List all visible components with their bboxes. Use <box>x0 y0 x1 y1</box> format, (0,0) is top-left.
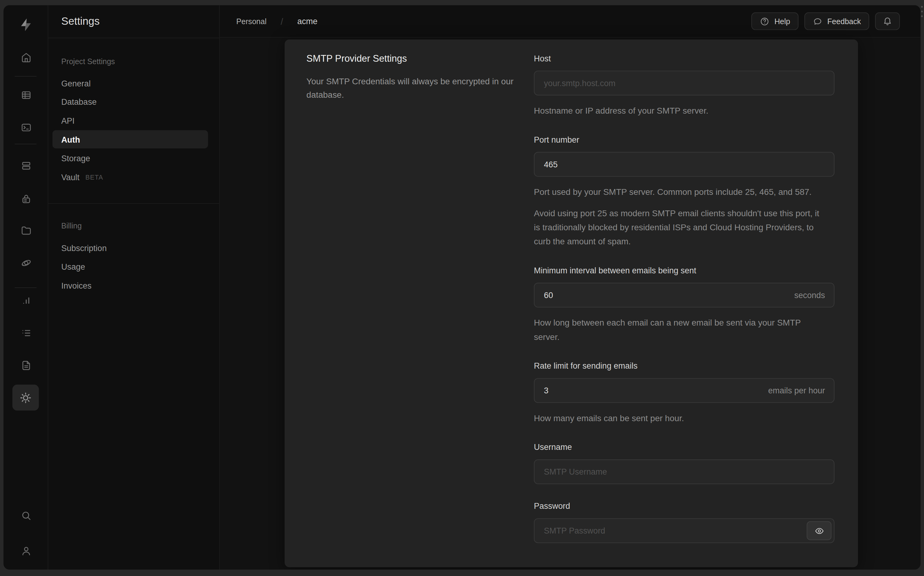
rail-item-edge-functions[interactable] <box>14 251 37 274</box>
file-text-icon <box>20 359 32 371</box>
lock-icon <box>20 192 32 205</box>
section-label-project-settings: Project Settings <box>61 53 115 70</box>
rail-item-profile[interactable] <box>14 540 37 562</box>
interval-label: Minimum interval between emails being se… <box>534 266 834 275</box>
list-icon <box>20 326 32 339</box>
edge-functions-icon <box>20 256 32 269</box>
user-icon <box>20 544 32 557</box>
rail-item-auth[interactable] <box>14 187 37 210</box>
port-helper: Port used by your SMTP server. Common po… <box>534 185 822 199</box>
username-input[interactable] <box>534 459 834 484</box>
breadcrumb-org[interactable]: Personal <box>236 17 266 26</box>
eye-icon <box>814 526 824 536</box>
rail-item-sql-editor[interactable] <box>14 116 37 138</box>
sidebar-item-auth[interactable]: Auth <box>53 130 208 149</box>
rail-item-search[interactable] <box>14 504 37 526</box>
supabase-logo-icon[interactable] <box>18 17 33 32</box>
app-window: Settings Project Settings General Databa… <box>4 5 921 570</box>
gear-icon <box>19 392 32 404</box>
bell-icon <box>882 16 893 27</box>
folder-icon <box>20 224 32 237</box>
sidebar-item-vault[interactable]: Vault BETA <box>53 168 208 186</box>
interval-field-group: Minimum interval between emails being se… <box>534 266 834 344</box>
rate-limit-helper: How many emails can be sent per hour. <box>534 411 822 425</box>
sql-editor-icon <box>20 121 32 133</box>
rail-item-docs[interactable] <box>14 354 37 376</box>
main-content: SMTP Provider Settings Your SMTP Credent… <box>220 38 920 570</box>
sidebar-item-storage[interactable]: Storage <box>53 149 208 167</box>
smtp-settings-card: SMTP Provider Settings Your SMTP Credent… <box>285 39 858 567</box>
rate-limit-label: Rate limit for sending emails <box>534 361 834 370</box>
icon-rail <box>4 5 49 570</box>
notifications-button[interactable] <box>875 12 900 30</box>
breadcrumb-separator: / <box>281 16 283 26</box>
rail-item-home[interactable] <box>14 46 37 68</box>
speech-bubble-icon <box>812 16 823 26</box>
sidebar-item-database[interactable]: Database <box>53 93 208 111</box>
help-circle-icon <box>760 16 770 26</box>
sidebar-divider <box>48 203 219 204</box>
port-note: Avoid using port 25 as modern SMTP email… <box>534 206 822 249</box>
sidebar-item-api[interactable]: API <box>53 111 208 130</box>
database-icon <box>20 159 32 172</box>
port-input[interactable] <box>534 152 834 177</box>
scrollbar-thumb[interactable] <box>920 6 923 17</box>
rail-divider <box>14 76 36 77</box>
rail-item-table-editor[interactable] <box>14 84 37 106</box>
search-icon <box>20 509 32 522</box>
sidebar-item-general[interactable]: General <box>53 74 208 93</box>
rail-item-storage[interactable] <box>14 219 37 241</box>
breadcrumb-project[interactable]: acme <box>297 16 317 26</box>
top-bar: Personal / acme Help Feedback <box>220 5 920 38</box>
card-intro: SMTP Provider Settings Your SMTP Credent… <box>306 53 527 102</box>
host-field-group: Host Hostname or IP address of your SMTP… <box>534 53 834 118</box>
card-title: SMTP Provider Settings <box>306 53 527 64</box>
rail-item-logs[interactable] <box>14 322 37 344</box>
rail-item-reports[interactable] <box>14 289 37 312</box>
screen: Settings Project Settings General Databa… <box>0 0 924 576</box>
smtp-form: Host Hostname or IP address of your SMTP… <box>534 53 834 560</box>
host-input[interactable] <box>534 70 834 95</box>
feedback-button[interactable]: Feedback <box>804 12 869 30</box>
settings-sidebar: Settings Project Settings General Databa… <box>48 5 220 570</box>
bar-chart-icon <box>20 294 32 307</box>
sidebar-item-usage[interactable]: Usage <box>53 258 208 276</box>
port-label: Port number <box>534 135 834 144</box>
interval-helper: How long between each email can a new em… <box>534 316 822 344</box>
beta-badge: BETA <box>85 173 103 181</box>
card-description: Your SMTP Credentials will always be enc… <box>306 75 527 102</box>
sidebar-title: Settings <box>61 15 99 27</box>
section-label-billing: Billing <box>61 217 82 235</box>
table-editor-icon <box>20 88 32 101</box>
password-field-group: Password <box>534 501 834 543</box>
rail-divider <box>14 287 36 288</box>
toggle-password-visibility-button[interactable] <box>807 521 831 540</box>
rate-limit-field-group: Rate limit for sending emails emails per… <box>534 361 834 425</box>
rail-divider <box>14 144 36 144</box>
port-field-group: Port number Port used by your SMTP serve… <box>534 135 834 249</box>
password-input[interactable] <box>534 518 834 543</box>
interval-input[interactable] <box>534 283 834 307</box>
home-icon <box>20 51 32 63</box>
username-label: Username <box>534 442 834 452</box>
rail-item-settings[interactable] <box>12 384 39 410</box>
rate-limit-input[interactable] <box>534 378 834 403</box>
password-label: Password <box>534 501 834 510</box>
host-helper: Hostname or IP address of your SMTP serv… <box>534 104 822 118</box>
rail-item-database[interactable] <box>14 154 37 176</box>
username-field-group: Username <box>534 442 834 484</box>
sidebar-item-invoices[interactable]: Invoices <box>53 276 208 294</box>
sidebar-header: Settings <box>48 5 219 38</box>
help-button[interactable]: Help <box>751 12 798 30</box>
topbar-actions: Help Feedback <box>751 12 900 30</box>
sidebar-item-subscription[interactable]: Subscription <box>53 238 208 257</box>
host-label: Host <box>534 53 834 63</box>
